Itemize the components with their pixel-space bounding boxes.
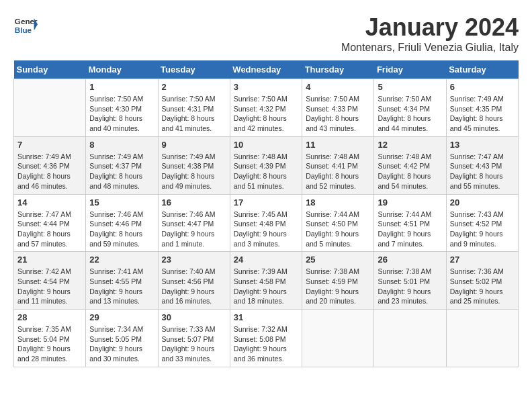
day-info: Sunrise: 7:49 AM Sunset: 4:36 PM Dayligh… — [17, 152, 82, 191]
day-cell: 14Sunrise: 7:47 AM Sunset: 4:44 PM Dayli… — [14, 194, 86, 252]
day-info: Sunrise: 7:49 AM Sunset: 4:38 PM Dayligh… — [162, 152, 226, 191]
calendar-table: SundayMondayTuesdayWednesdayThursdayFrid… — [13, 60, 519, 367]
svg-text:Blue: Blue — [15, 26, 32, 34]
day-number: 1 — [89, 82, 154, 92]
day-cell: 18Sunrise: 7:44 AM Sunset: 4:50 PM Dayli… — [302, 194, 374, 252]
day-cell: 24Sunrise: 7:39 AM Sunset: 4:58 PM Dayli… — [230, 252, 302, 310]
day-cell: 25Sunrise: 7:38 AM Sunset: 4:59 PM Dayli… — [302, 252, 374, 310]
day-cell: 3Sunrise: 7:50 AM Sunset: 4:32 PM Daylig… — [230, 79, 302, 137]
day-header-sunday: Sunday — [14, 60, 86, 79]
day-number: 18 — [306, 197, 370, 208]
day-info: Sunrise: 7:48 AM Sunset: 4:41 PM Dayligh… — [306, 152, 370, 191]
day-info: Sunrise: 7:47 AM Sunset: 4:44 PM Dayligh… — [17, 210, 82, 249]
day-info: Sunrise: 7:50 AM Sunset: 4:31 PM Dayligh… — [162, 94, 226, 134]
day-cell: 11Sunrise: 7:48 AM Sunset: 4:41 PM Dayli… — [302, 136, 374, 194]
day-cell: 16Sunrise: 7:46 AM Sunset: 4:47 PM Dayli… — [158, 194, 230, 252]
main-title: January 2024 — [341, 13, 519, 42]
logo-icon: General Blue — [13, 13, 38, 38]
day-number: 7 — [17, 140, 82, 150]
day-info: Sunrise: 7:34 AM Sunset: 5:05 PM Dayligh… — [89, 324, 154, 364]
day-cell — [374, 310, 446, 367]
day-info: Sunrise: 7:36 AM Sunset: 5:02 PM Dayligh… — [450, 267, 515, 306]
day-cell — [14, 79, 86, 137]
day-cell: 31Sunrise: 7:32 AM Sunset: 5:08 PM Dayli… — [230, 310, 302, 367]
day-cell: 22Sunrise: 7:41 AM Sunset: 4:55 PM Dayli… — [86, 252, 158, 310]
week-row-2: 7Sunrise: 7:49 AM Sunset: 4:36 PM Daylig… — [14, 136, 519, 194]
day-info: Sunrise: 7:39 AM Sunset: 4:58 PM Dayligh… — [234, 267, 298, 306]
day-cell: 2Sunrise: 7:50 AM Sunset: 4:31 PM Daylig… — [158, 79, 230, 137]
day-cell: 1Sunrise: 7:50 AM Sunset: 4:30 PM Daylig… — [86, 79, 158, 137]
day-number: 15 — [89, 197, 154, 208]
day-cell: 26Sunrise: 7:38 AM Sunset: 5:01 PM Dayli… — [374, 252, 446, 310]
subtitle: Montenars, Friuli Venezia Giulia, Italy — [341, 42, 519, 54]
day-number: 11 — [306, 140, 370, 150]
day-number: 5 — [378, 82, 442, 92]
day-number: 16 — [162, 197, 226, 208]
day-header-tuesday: Tuesday — [158, 60, 230, 79]
day-header-saturday: Saturday — [446, 60, 518, 79]
day-cell: 17Sunrise: 7:45 AM Sunset: 4:48 PM Dayli… — [230, 194, 302, 252]
day-cell: 5Sunrise: 7:50 AM Sunset: 4:34 PM Daylig… — [374, 79, 446, 137]
day-header-thursday: Thursday — [302, 60, 374, 79]
day-info: Sunrise: 7:49 AM Sunset: 4:35 PM Dayligh… — [450, 94, 515, 134]
day-info: Sunrise: 7:47 AM Sunset: 4:43 PM Dayligh… — [450, 152, 515, 191]
day-info: Sunrise: 7:50 AM Sunset: 4:33 PM Dayligh… — [306, 94, 370, 134]
day-info: Sunrise: 7:38 AM Sunset: 5:01 PM Dayligh… — [378, 267, 442, 306]
day-header-wednesday: Wednesday — [230, 60, 302, 79]
day-number: 12 — [378, 140, 442, 150]
day-number: 13 — [450, 140, 515, 150]
day-cell: 13Sunrise: 7:47 AM Sunset: 4:43 PM Dayli… — [446, 136, 518, 194]
day-cell — [446, 310, 518, 367]
day-cell: 29Sunrise: 7:34 AM Sunset: 5:05 PM Dayli… — [86, 310, 158, 367]
day-cell: 9Sunrise: 7:49 AM Sunset: 4:38 PM Daylig… — [158, 136, 230, 194]
day-number: 20 — [450, 197, 515, 208]
day-cell: 19Sunrise: 7:44 AM Sunset: 4:51 PM Dayli… — [374, 194, 446, 252]
day-cell: 27Sunrise: 7:36 AM Sunset: 5:02 PM Dayli… — [446, 252, 518, 310]
day-number: 25 — [306, 255, 370, 265]
day-number: 23 — [162, 255, 226, 265]
day-cell: 7Sunrise: 7:49 AM Sunset: 4:36 PM Daylig… — [14, 136, 86, 194]
day-info: Sunrise: 7:48 AM Sunset: 4:42 PM Dayligh… — [378, 152, 442, 191]
day-cell: 10Sunrise: 7:48 AM Sunset: 4:39 PM Dayli… — [230, 136, 302, 194]
logo: General Blue — [13, 13, 38, 38]
day-number: 4 — [306, 82, 370, 92]
day-cell: 21Sunrise: 7:42 AM Sunset: 4:54 PM Dayli… — [14, 252, 86, 310]
day-cell: 15Sunrise: 7:46 AM Sunset: 4:46 PM Dayli… — [86, 194, 158, 252]
day-number: 22 — [89, 255, 154, 265]
day-info: Sunrise: 7:38 AM Sunset: 4:59 PM Dayligh… — [306, 267, 370, 306]
day-number: 28 — [17, 312, 82, 322]
day-info: Sunrise: 7:48 AM Sunset: 4:39 PM Dayligh… — [234, 152, 298, 191]
day-info: Sunrise: 7:46 AM Sunset: 4:46 PM Dayligh… — [89, 210, 154, 249]
day-header-friday: Friday — [374, 60, 446, 79]
day-cell: 30Sunrise: 7:33 AM Sunset: 5:07 PM Dayli… — [158, 310, 230, 367]
day-info: Sunrise: 7:33 AM Sunset: 5:07 PM Dayligh… — [162, 324, 226, 364]
day-info: Sunrise: 7:50 AM Sunset: 4:32 PM Dayligh… — [234, 94, 298, 134]
day-header-monday: Monday — [86, 60, 158, 79]
day-header-row: SundayMondayTuesdayWednesdayThursdayFrid… — [14, 60, 519, 79]
day-number: 30 — [162, 312, 226, 322]
day-info: Sunrise: 7:49 AM Sunset: 4:37 PM Dayligh… — [89, 152, 154, 191]
day-info: Sunrise: 7:35 AM Sunset: 5:04 PM Dayligh… — [17, 324, 82, 364]
day-info: Sunrise: 7:40 AM Sunset: 4:56 PM Dayligh… — [162, 267, 226, 306]
day-number: 14 — [17, 197, 82, 208]
day-info: Sunrise: 7:42 AM Sunset: 4:54 PM Dayligh… — [17, 267, 82, 306]
day-number: 26 — [378, 255, 442, 265]
week-row-4: 21Sunrise: 7:42 AM Sunset: 4:54 PM Dayli… — [14, 252, 519, 310]
day-number: 2 — [162, 82, 226, 92]
header: General Blue January 2024 Montenars, Fri… — [13, 13, 519, 54]
day-number: 17 — [234, 197, 298, 208]
day-number: 21 — [17, 255, 82, 265]
day-number: 27 — [450, 255, 515, 265]
day-number: 24 — [234, 255, 298, 265]
day-info: Sunrise: 7:46 AM Sunset: 4:47 PM Dayligh… — [162, 210, 226, 249]
day-cell: 28Sunrise: 7:35 AM Sunset: 5:04 PM Dayli… — [14, 310, 86, 367]
day-cell: 12Sunrise: 7:48 AM Sunset: 4:42 PM Dayli… — [374, 136, 446, 194]
day-number: 6 — [450, 82, 515, 92]
day-number: 9 — [162, 140, 226, 150]
title-block: January 2024 Montenars, Friuli Venezia G… — [341, 13, 519, 54]
day-cell: 6Sunrise: 7:49 AM Sunset: 4:35 PM Daylig… — [446, 79, 518, 137]
week-row-3: 14Sunrise: 7:47 AM Sunset: 4:44 PM Dayli… — [14, 194, 519, 252]
day-number: 29 — [89, 312, 154, 322]
day-cell: 20Sunrise: 7:43 AM Sunset: 4:52 PM Dayli… — [446, 194, 518, 252]
day-info: Sunrise: 7:50 AM Sunset: 4:30 PM Dayligh… — [89, 94, 154, 134]
